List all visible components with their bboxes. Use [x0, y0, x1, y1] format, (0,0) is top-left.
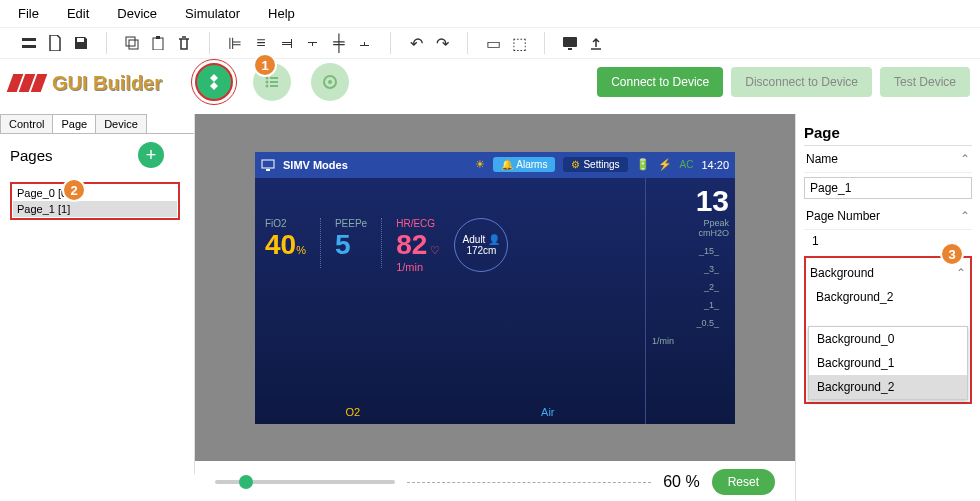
hr-label: HR/ECG: [396, 218, 440, 229]
svg-point-16: [328, 80, 332, 84]
svg-rect-5: [153, 38, 163, 50]
bg-option-2[interactable]: Background_2: [809, 375, 967, 399]
menu-help[interactable]: Help: [268, 6, 295, 21]
redo-icon[interactable]: ↷: [433, 34, 451, 52]
callout-3: 3: [940, 242, 964, 266]
properties-panel: Page Name⌃ Page Number⌃ 1 3 Background⌃ …: [795, 114, 980, 501]
svg-rect-3: [126, 37, 135, 46]
menu-bar: File Edit Device Simulator Help: [0, 0, 980, 28]
scale: _15_ _3_ _2_ _1_ _0.5_: [652, 246, 719, 328]
undo-icon[interactable]: ↶: [407, 34, 425, 52]
alarms-pill: 🔔Alarms: [493, 157, 555, 172]
svg-rect-0: [22, 38, 36, 41]
callout-2: 2: [62, 178, 86, 202]
menu-edit[interactable]: Edit: [67, 6, 89, 21]
align-top-icon[interactable]: ⫟: [304, 34, 322, 52]
align-center-v-icon[interactable]: ╪: [330, 34, 348, 52]
menu-simulator[interactable]: Simulator: [185, 6, 240, 21]
bg-option-1[interactable]: Background_1: [809, 351, 967, 375]
chevron-icon[interactable]: ⌃: [960, 209, 970, 223]
mode-design-button[interactable]: [195, 63, 233, 101]
battery-icon: 🔋: [636, 158, 650, 171]
svg-rect-6: [156, 36, 160, 39]
svg-rect-12: [270, 81, 278, 83]
tab-page[interactable]: Page: [52, 114, 96, 133]
fio2-unit: %: [296, 244, 306, 256]
align-left-icon[interactable]: ⊫: [226, 34, 244, 52]
reset-button[interactable]: Reset: [712, 469, 775, 495]
tool-b-icon[interactable]: ⬚: [510, 34, 528, 52]
hr-unit: 1/min: [396, 261, 440, 273]
toolbar-icon[interactable]: [20, 34, 38, 52]
chevron-icon[interactable]: ⌃: [960, 152, 970, 166]
align-bottom-icon[interactable]: ⫠: [356, 34, 374, 52]
zoom-bar: 60 % Reset: [195, 469, 795, 495]
background-box: Background⌃ Background_2 Background_0 Ba…: [804, 256, 972, 404]
bg-option-0[interactable]: Background_0: [809, 327, 967, 351]
callout-1: 1: [253, 53, 277, 77]
svg-rect-10: [270, 77, 278, 79]
logo: GUI Builder: [10, 72, 162, 95]
screen-title: SIMV Modes: [283, 159, 467, 171]
delete-icon[interactable]: [175, 34, 193, 52]
svg-rect-8: [568, 48, 572, 50]
tab-control[interactable]: Control: [0, 114, 53, 133]
connect-button[interactable]: Connect to Device: [597, 67, 723, 97]
svg-rect-4: [129, 40, 138, 49]
o2-label: O2: [345, 406, 360, 418]
svg-point-13: [266, 85, 269, 88]
paste-icon[interactable]: [149, 34, 167, 52]
ac-label: AC: [680, 159, 694, 170]
svg-rect-18: [266, 169, 270, 171]
svg-rect-7: [563, 37, 577, 47]
svg-rect-1: [22, 45, 36, 48]
app-title: GUI Builder: [52, 72, 162, 95]
name-label: Name: [806, 152, 838, 166]
left-panel: Control Page Device Pages + 2 Page_0 [0]…: [0, 114, 195, 474]
name-input[interactable]: [804, 177, 972, 199]
upload-icon[interactable]: [587, 34, 605, 52]
svg-rect-17: [262, 160, 274, 168]
bg-value[interactable]: Background_2: [808, 286, 968, 308]
mode-settings-button[interactable]: [311, 63, 349, 101]
toolbar: ⊫ ≡ ⫤ ⫟ ╪ ⫠ ↶ ↷ ▭ ⬚: [0, 28, 980, 59]
monitor-icon: [261, 159, 275, 171]
tool-a-icon[interactable]: ▭: [484, 34, 502, 52]
plug-icon: ⚡: [658, 158, 672, 171]
sun-icon: ☀: [475, 158, 485, 171]
chevron-icon[interactable]: ⌃: [956, 266, 966, 280]
peepe-label: PEEPe: [335, 218, 367, 229]
file-icon[interactable]: [46, 34, 64, 52]
test-device-button[interactable]: Test Device: [880, 67, 970, 97]
time-label: 14:20: [701, 159, 729, 171]
menu-device[interactable]: Device: [117, 6, 157, 21]
logo-row: GUI Builder 1 Connect to Device Disconne…: [0, 59, 980, 107]
hr-value: 82: [396, 229, 427, 260]
copy-icon[interactable]: [123, 34, 141, 52]
ppeak-value: 13: [652, 184, 729, 218]
air-label: Air: [541, 406, 554, 418]
display-icon[interactable]: [561, 34, 579, 52]
svg-rect-14: [270, 85, 278, 87]
fio2-value: 40: [265, 229, 296, 260]
page-item-0[interactable]: Page_0 [0]: [13, 185, 177, 201]
peepe-value: 5: [335, 229, 367, 261]
fio2-label: FiO2: [265, 218, 306, 229]
device-screen[interactable]: SIMV Modes ☀ 🔔Alarms ⚙Settings 🔋 ⚡ AC 14…: [255, 152, 735, 424]
save-icon[interactable]: [72, 34, 90, 52]
adult-circle: Adult 👤 172cm: [454, 218, 508, 272]
add-page-button[interactable]: +: [138, 142, 164, 168]
disconnect-button[interactable]: Disconnect to Device: [731, 67, 872, 97]
align-right-icon[interactable]: ⫤: [278, 34, 296, 52]
tab-device[interactable]: Device: [95, 114, 147, 133]
ppeak-label2: cmH2O: [652, 228, 729, 238]
pagenum-label: Page Number: [806, 209, 880, 223]
props-title: Page: [804, 120, 972, 146]
page-item-1[interactable]: Page_1 [1]: [13, 201, 177, 217]
align-center-h-icon[interactable]: ≡: [252, 34, 270, 52]
menu-file[interactable]: File: [18, 6, 39, 21]
bg-label: Background: [810, 266, 874, 280]
bg-dropdown: Background_0 Background_1 Background_2: [808, 326, 968, 400]
zoom-slider[interactable]: [215, 480, 395, 484]
settings-pill: ⚙Settings: [563, 157, 627, 172]
